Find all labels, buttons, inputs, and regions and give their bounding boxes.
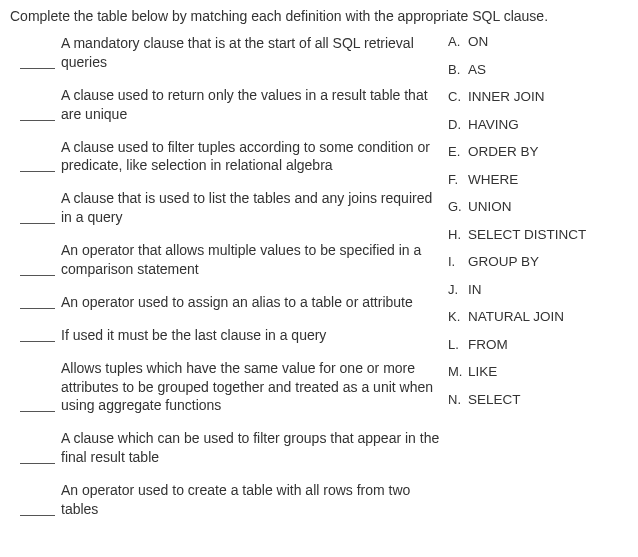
definition-text: An operator that allows multiple values …: [61, 241, 440, 279]
choices-column: A. ON B. AS C. INNER JOIN D. HAVING E. O…: [440, 34, 628, 419]
choice-row: C. INNER JOIN: [448, 89, 628, 104]
definition-text: A clause which can be used to filter gro…: [61, 429, 440, 467]
choice-letter: A.: [448, 34, 468, 49]
definition-text: An operator used to assign an alias to a…: [61, 293, 440, 312]
choice-text: LIKE: [468, 364, 628, 379]
instruction-text: Complete the table below by matching eac…: [10, 8, 628, 24]
choice-letter: J.: [448, 282, 468, 297]
choice-row: G. UNION: [448, 199, 628, 214]
choice-letter: B.: [448, 62, 468, 77]
answer-blank[interactable]: [20, 262, 55, 276]
choice-text: HAVING: [468, 117, 628, 132]
choice-row: H. SELECT DISTINCT: [448, 227, 628, 242]
choice-letter: M.: [448, 364, 468, 379]
definition-text: An operator used to create a table with …: [61, 481, 440, 519]
choice-letter: I.: [448, 254, 468, 269]
choice-row: M. LIKE: [448, 364, 628, 379]
choice-text: UNION: [468, 199, 628, 214]
answer-blank[interactable]: [20, 107, 55, 121]
definition-row: An operator used to assign an alias to a…: [20, 293, 440, 312]
definition-text: If used it must be the last clause in a …: [61, 326, 440, 345]
definition-row: A clause that is used to list the tables…: [20, 189, 440, 227]
choice-text: NATURAL JOIN: [468, 309, 628, 324]
choice-text: AS: [468, 62, 628, 77]
choice-letter: F.: [448, 172, 468, 187]
choice-text: FROM: [468, 337, 628, 352]
definition-row: If used it must be the last clause in a …: [20, 326, 440, 345]
choice-text: WHERE: [468, 172, 628, 187]
choice-letter: C.: [448, 89, 468, 104]
choice-row: D. HAVING: [448, 117, 628, 132]
definition-row: An operator used to create a table with …: [20, 481, 440, 519]
choice-letter: L.: [448, 337, 468, 352]
choice-text: INNER JOIN: [468, 89, 628, 104]
choice-text: ORDER BY: [468, 144, 628, 159]
answer-blank[interactable]: [20, 210, 55, 224]
choice-row: K. NATURAL JOIN: [448, 309, 628, 324]
definition-row: A mandatory clause that is at the start …: [20, 34, 440, 72]
choice-row: F. WHERE: [448, 172, 628, 187]
choice-letter: K.: [448, 309, 468, 324]
choice-row: L. FROM: [448, 337, 628, 352]
definition-row: A clause used to filter tuples according…: [20, 138, 440, 176]
choice-letter: G.: [448, 199, 468, 214]
definition-text: A clause used to filter tuples according…: [61, 138, 440, 176]
choice-text: IN: [468, 282, 628, 297]
answer-blank[interactable]: [20, 55, 55, 69]
answer-blank[interactable]: [20, 502, 55, 516]
matching-exercise: Complete the table below by matching eac…: [0, 0, 638, 541]
choice-text: SELECT DISTINCT: [468, 227, 628, 242]
definition-row: A clause which can be used to filter gro…: [20, 429, 440, 467]
definition-row: A clause used to return only the values …: [20, 86, 440, 124]
choice-text: ON: [468, 34, 628, 49]
answer-blank[interactable]: [20, 158, 55, 172]
definition-text: A clause that is used to list the tables…: [61, 189, 440, 227]
choice-row: I. GROUP BY: [448, 254, 628, 269]
answer-blank[interactable]: [20, 295, 55, 309]
choice-letter: E.: [448, 144, 468, 159]
choice-letter: N.: [448, 392, 468, 407]
answer-blank[interactable]: [20, 398, 55, 412]
definition-text: A clause used to return only the values …: [61, 86, 440, 124]
choice-text: SELECT: [468, 392, 628, 407]
choice-row: N. SELECT: [448, 392, 628, 407]
choice-text: GROUP BY: [468, 254, 628, 269]
choice-row: E. ORDER BY: [448, 144, 628, 159]
answer-blank[interactable]: [20, 450, 55, 464]
choice-row: B. AS: [448, 62, 628, 77]
definition-row: An operator that allows multiple values …: [20, 241, 440, 279]
choice-letter: D.: [448, 117, 468, 132]
choice-row: A. ON: [448, 34, 628, 49]
choice-row: J. IN: [448, 282, 628, 297]
definition-text: A mandatory clause that is at the start …: [61, 34, 440, 72]
definition-row: Allows tuples which have the same value …: [20, 359, 440, 416]
definitions-column: A mandatory clause that is at the start …: [10, 34, 440, 533]
content-columns: A mandatory clause that is at the start …: [10, 34, 628, 533]
choice-letter: H.: [448, 227, 468, 242]
answer-blank[interactable]: [20, 328, 55, 342]
definition-text: Allows tuples which have the same value …: [61, 359, 440, 416]
